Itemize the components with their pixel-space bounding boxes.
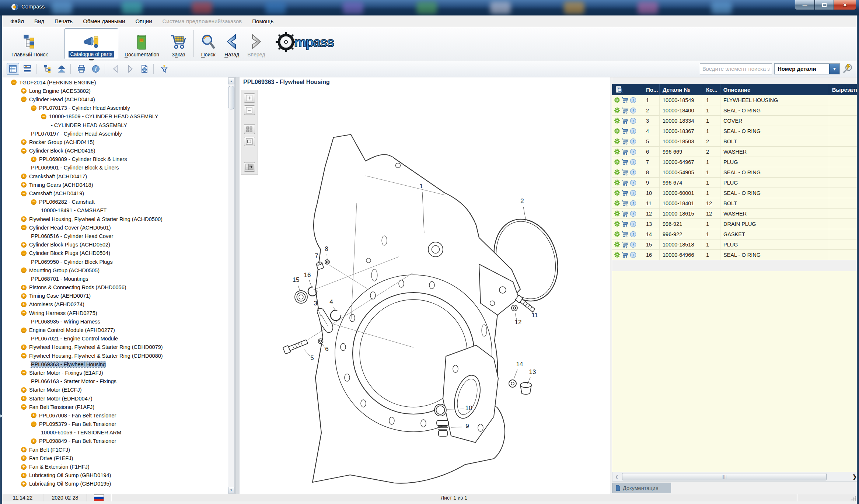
- tree-item[interactable]: −Fan Belt Tensioner (F1AFJ): [2, 403, 227, 411]
- scroll-up-arrow[interactable]: ▲: [228, 78, 234, 84]
- add-to-cart-icon[interactable]: [621, 148, 629, 155]
- tree-item[interactable]: +Long Engine (ACES3802): [2, 87, 227, 95]
- view-list-button[interactable]: [7, 63, 19, 75]
- part-info-icon[interactable]: i: [630, 252, 636, 258]
- part-info-icon[interactable]: i: [630, 159, 636, 165]
- tree-item[interactable]: −PPL095379 - Fan Belt Tensioner: [2, 420, 227, 428]
- collapse-icon[interactable]: −: [21, 328, 27, 333]
- tree-item[interactable]: −PPL070173 - Cylinder Head Assembly: [2, 104, 227, 112]
- tree-item[interactable]: PPL068701 - Mountings: [2, 274, 227, 283]
- run-search-button[interactable]: [843, 63, 853, 74]
- column-header[interactable]: Детали №: [660, 84, 703, 95]
- parts-table-row[interactable]: i1110000-1840112BOLT: [612, 198, 859, 209]
- parts-table-row[interactable]: i13996-9211DRAIN PLUG: [612, 219, 859, 229]
- expand-icon[interactable]: +: [31, 413, 36, 418]
- scroll-left-arrow[interactable]: ❮: [612, 472, 621, 481]
- collapse-icon[interactable]: −: [21, 97, 27, 102]
- tree-item[interactable]: PPL067021 - Engine Control Module: [2, 335, 227, 343]
- tree-item[interactable]: −Mounting Group (ACHD0505): [2, 266, 227, 274]
- part-info-icon[interactable]: i: [630, 221, 636, 227]
- parts-table-row[interactable]: i1210000-1861512WASHER: [612, 209, 859, 219]
- column-header[interactable]: По...: [643, 84, 660, 95]
- tree-item[interactable]: 10000-18491 - CAMSHAFT: [2, 206, 227, 215]
- callout-number-9[interactable]: 9: [465, 423, 469, 430]
- tree-item[interactable]: +Pistons & Connecting Rods (ADHD0056): [2, 283, 227, 292]
- tree-item[interactable]: −10000-18509 - CYLINDER HEAD ASSEMBLY: [2, 112, 227, 121]
- collapse-icon[interactable]: −: [31, 421, 36, 427]
- column-header[interactable]: Вырезать: [829, 84, 859, 95]
- gear-icon[interactable]: [614, 221, 620, 227]
- tree-item[interactable]: −Flywheel Housing, Flywheel & Starter Ri…: [2, 351, 227, 360]
- callout-number-1[interactable]: 1: [419, 183, 423, 190]
- add-to-cart-icon[interactable]: [621, 159, 629, 165]
- collapse-icon[interactable]: −: [31, 199, 36, 205]
- catalogue-of-parts-button[interactable]: Catalogue of parts: [64, 28, 118, 59]
- callout-number-2[interactable]: 2: [520, 197, 524, 204]
- collapse-icon[interactable]: −: [41, 114, 46, 119]
- collapse-icon[interactable]: −: [21, 353, 27, 358]
- callout-number-13[interactable]: 13: [529, 368, 536, 375]
- expand-icon[interactable]: +: [21, 216, 27, 222]
- add-to-cart-icon[interactable]: [621, 231, 629, 238]
- zoom-out-button[interactable]: [244, 105, 255, 115]
- tree-item[interactable]: +Cylinder Block Plugs (ACHD0502): [2, 241, 227, 249]
- tree-item[interactable]: +PPL069889 - Cylinder Block & Liners: [2, 155, 227, 164]
- callout-number-14[interactable]: 14: [516, 361, 523, 368]
- report-button[interactable]: i: [138, 63, 151, 75]
- gear-icon[interactable]: [614, 138, 620, 144]
- close-button[interactable]: ✕: [834, 0, 856, 10]
- scrollbar-thumb[interactable]: ||||: [622, 473, 827, 480]
- tree-item[interactable]: PPL070197 - Cylinder Head Assembly: [2, 129, 227, 138]
- collapse-icon[interactable]: −: [21, 404, 27, 410]
- expand-icon[interactable]: +: [21, 174, 27, 179]
- tree-item[interactable]: +Fan Drive (F1EFJ): [2, 454, 227, 462]
- main-search-button[interactable]: Главный Поиск: [7, 28, 52, 59]
- callout-number-5[interactable]: 5: [310, 354, 314, 361]
- collapse-icon[interactable]: −: [21, 370, 27, 375]
- part-info-icon[interactable]: i: [630, 97, 636, 104]
- tree-item[interactable]: +Starter Motor (EDHD0047): [2, 394, 227, 403]
- tree-item[interactable]: +Timing Gears (ACHD0418): [2, 181, 227, 189]
- part-info-icon[interactable]: i: [630, 128, 636, 134]
- tree-item[interactable]: −Cylinder Block Plugs (ACHD0504): [2, 249, 227, 258]
- tree-item[interactable]: PPL069950 - Cylinder Block Plugs: [2, 258, 227, 266]
- filter-button[interactable]: [158, 63, 171, 75]
- search-type-dropdown[interactable]: Номер детали ▼: [774, 63, 840, 74]
- panel-splitter[interactable]: [236, 77, 240, 494]
- tree-item[interactable]: +Fan & Extension (F1HFJ): [2, 462, 227, 471]
- export-panel-button[interactable]: [244, 162, 255, 172]
- collapse-icon[interactable]: −: [11, 80, 17, 85]
- parts-table-row[interactable]: i1010000-600011SEAL - O RING: [612, 188, 859, 198]
- scrollbar-thumb[interactable]: [228, 86, 234, 109]
- documentation-button[interactable]: Documentation: [121, 28, 163, 59]
- fit-page-button[interactable]: [244, 137, 255, 146]
- menu-view[interactable]: Вид: [29, 17, 49, 26]
- gear-icon[interactable]: [614, 118, 620, 124]
- callout-number-4[interactable]: 4: [329, 298, 333, 305]
- part-info-icon[interactable]: i: [630, 138, 636, 145]
- part-info-icon[interactable]: i: [630, 241, 636, 248]
- add-to-cart-icon[interactable]: [621, 128, 629, 134]
- tree-item[interactable]: PPL069901 - Cylinder Block & Liners: [2, 164, 227, 172]
- callout-number-3[interactable]: 3: [314, 300, 317, 307]
- callout-number-6[interactable]: 6: [325, 346, 328, 353]
- add-to-cart-icon[interactable]: [621, 241, 629, 248]
- add-to-cart-icon[interactable]: [621, 97, 629, 104]
- menu-data-exchange[interactable]: Обмен данными: [78, 17, 130, 26]
- part-info-icon[interactable]: i: [630, 190, 636, 196]
- gear-icon[interactable]: [614, 200, 620, 206]
- tree-item[interactable]: −Cylinder Block (ACHD0416): [2, 147, 227, 155]
- expand-icon[interactable]: +: [21, 455, 27, 461]
- expand-icon[interactable]: +: [21, 387, 27, 393]
- tree-item[interactable]: +Flywheel Housing, Flywheel & Starter Ri…: [2, 215, 227, 223]
- minimize-button[interactable]: —: [795, 0, 815, 10]
- expand-icon[interactable]: +: [21, 88, 27, 94]
- part-info-icon[interactable]: i: [630, 148, 636, 155]
- callout-number-16[interactable]: 16: [304, 272, 311, 279]
- scroll-down-arrow[interactable]: ▼: [228, 487, 234, 493]
- gear-icon[interactable]: [614, 252, 620, 258]
- tree-item[interactable]: - CYLINDER HEAD ASSEMBLY: [2, 121, 227, 129]
- part-info-icon[interactable]: i: [630, 231, 636, 238]
- collapse-all-button[interactable]: [55, 63, 68, 75]
- menu-options[interactable]: Опции: [130, 17, 157, 26]
